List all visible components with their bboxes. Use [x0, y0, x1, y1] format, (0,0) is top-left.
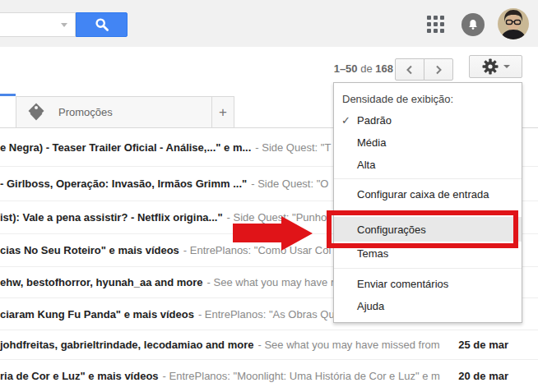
- menu-item-label: Alta: [357, 159, 375, 171]
- chevron-right-icon: [434, 64, 443, 76]
- email-row[interactable]: ria de Cor e Luz" e mais vídeos - EntreP…: [0, 360, 538, 392]
- gear-icon: [481, 58, 499, 76]
- email-preview: - See what you may have r: [207, 276, 335, 288]
- active-tab-edge: [0, 94, 16, 96]
- menu-item-label: Temas: [357, 247, 388, 260]
- menu-item-label: Média: [357, 136, 386, 149]
- menu-item-label: Ajuda: [357, 300, 384, 312]
- notifications-button[interactable]: [461, 13, 485, 36]
- email-subject: e Negra) - Teaser Trailer Oficial - Anál…: [0, 141, 251, 154]
- email-subject: ist): Vale a pena assistir? - Netflix or…: [0, 211, 223, 224]
- email-subject: - Girlboss, Operação: Invasão, Irmãos Gr…: [0, 178, 247, 190]
- menu-divider: [334, 178, 522, 179]
- profile-avatar[interactable]: [498, 8, 529, 39]
- menu-item-help[interactable]: Ajuda: [334, 295, 522, 316]
- tab-promotions[interactable]: Promoções +: [16, 96, 234, 128]
- email-preview: - EntrePlanos: "Moonlight: Uma História …: [163, 370, 440, 382]
- tab-promotions-label: Promoções: [58, 106, 113, 118]
- gmail-window: 1–50 de 168: [0, 0, 538, 392]
- range-start: 1–50: [334, 62, 358, 75]
- email-row[interactable]: johdfreitas, gabrieltrindade, lecodamiao…: [0, 330, 538, 360]
- pagination-range: 1–50 de 168: [334, 62, 393, 75]
- email-subject: cias No Seu Roteiro" e mais vídeos: [0, 244, 179, 256]
- menu-item-density-media[interactable]: Média: [334, 131, 522, 153]
- menu-item-label: Configurações: [357, 224, 426, 236]
- tag-icon: [28, 103, 44, 122]
- check-icon: ✓: [341, 114, 350, 127]
- settings-gear-button[interactable]: [469, 55, 522, 78]
- email-preview: - EntrePlanos: "As Obras Qu: [198, 308, 335, 321]
- menu-divider: [334, 268, 522, 269]
- search-button[interactable]: [76, 12, 128, 37]
- menu-item-label: Padrão: [357, 114, 392, 127]
- search-suggest-caret-icon[interactable]: [61, 23, 67, 27]
- email-subject: ehw, bestofhorror, hyunah_aa and more: [0, 276, 203, 288]
- menu-item-configure-inbox[interactable]: Configurar caixa de entrada: [334, 183, 522, 205]
- apps-grid-icon[interactable]: [427, 16, 445, 34]
- menu-item-themes[interactable]: Temas: [334, 242, 522, 264]
- email-date: 25 de mar: [453, 339, 508, 351]
- menu-item-label: Configurar caixa de entrada: [357, 188, 489, 201]
- email-preview: - EntrePlanos: "Como Usar Coi: [183, 244, 331, 256]
- menu-item-density-padrao[interactable]: ✓ Padrão: [334, 109, 522, 131]
- gear-dropdown-caret-icon: [503, 65, 510, 68]
- range-sep: de: [360, 62, 372, 75]
- menu-item-send-feedback[interactable]: Enviar comentários: [334, 273, 522, 294]
- density-header: Densidade de exibição:: [334, 88, 530, 109]
- email-subject: johdfreitas, gabrieltrindade, lecodamiao…: [0, 339, 253, 351]
- bell-icon: [467, 19, 479, 30]
- email-preview: - Side Quest: "Punho: [227, 211, 327, 224]
- add-tab-button[interactable]: +: [211, 97, 234, 127]
- email-subject: ria de Cor e Luz" e mais vídeos: [0, 370, 159, 382]
- chevron-left-icon: [405, 64, 415, 76]
- menu-item-label: Enviar comentários: [357, 278, 448, 290]
- email-date: 20 de mar: [453, 370, 508, 382]
- menu-item-settings[interactable]: Configurações: [334, 217, 522, 242]
- email-preview: - See what you may have missed from: [257, 339, 439, 351]
- range-total: 168: [375, 62, 393, 75]
- email-preview: - Side Quest: "O: [251, 178, 328, 190]
- email-preview: - Side Quest: "T: [255, 141, 331, 154]
- settings-dropdown-menu: Densidade de exibição: ✓ Padrão Média Al…: [333, 82, 522, 323]
- older-page-button[interactable]: [424, 58, 453, 81]
- plus-icon: +: [219, 104, 227, 121]
- newer-page-button[interactable]: [395, 58, 424, 81]
- magnifier-icon: [94, 16, 110, 33]
- avatar-photo: [498, 8, 529, 39]
- menu-item-density-alta[interactable]: Alta: [334, 154, 522, 175]
- email-subject: ciaram Kung Fu Panda" e mais vídeos: [0, 308, 194, 321]
